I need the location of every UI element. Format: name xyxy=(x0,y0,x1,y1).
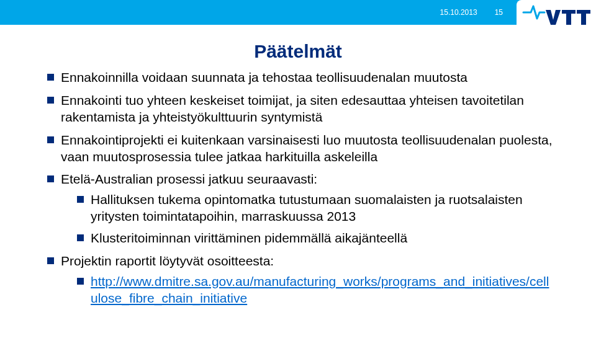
top-bar: 15.10.2013 15 xyxy=(0,0,596,25)
bullet-text: Ennakointiprojekti ei kuitenkaan varsina… xyxy=(61,133,553,164)
bullet-text: Projektin raportit löytyvät osoitteesta: xyxy=(61,254,274,268)
bullet-list: Ennakoinnilla voidaan suunnata ja tehost… xyxy=(47,69,556,307)
slide-content: Ennakoinnilla voidaan suunnata ja tehost… xyxy=(47,69,556,313)
bullet-text: Klusteritoiminnan virittäminen pidemmäll… xyxy=(91,231,407,245)
slide: 15.10.2013 15 Päätelmät Ennakoinnilla vo… xyxy=(0,0,596,364)
list-item: http://www.dmitre.sa.gov.au/manufacturin… xyxy=(77,273,556,307)
bullet-text: Ennakointi tuo yhteen keskeiset toimijat… xyxy=(61,93,524,124)
bullet-text: Ennakoinnilla voidaan suunnata ja tehost… xyxy=(61,70,467,84)
list-item: Projektin raportit löytyvät osoitteesta:… xyxy=(47,253,556,307)
slide-page-number: 15 xyxy=(495,8,503,17)
logo-container xyxy=(517,0,596,32)
slide-date: 15.10.2013 xyxy=(440,8,477,17)
bullet-text: Hallituksen tukema opintomatka tutustuma… xyxy=(91,192,523,223)
vtt-logo-icon xyxy=(522,4,590,29)
list-item: Klusteritoiminnan virittäminen pidemmäll… xyxy=(77,230,556,247)
bullet-sublist: http://www.dmitre.sa.gov.au/manufacturin… xyxy=(61,273,556,307)
list-item: Hallituksen tukema opintomatka tutustuma… xyxy=(77,192,556,225)
slide-title: Päätelmät xyxy=(0,41,596,62)
list-item: Ennakointi tuo yhteen keskeiset toimijat… xyxy=(47,92,556,126)
bullet-text: Etelä-Australian prosessi jatkuu seuraav… xyxy=(61,172,317,186)
report-link[interactable]: http://www.dmitre.sa.gov.au/manufacturin… xyxy=(91,274,549,305)
bullet-sublist: Hallituksen tukema opintomatka tutustuma… xyxy=(61,192,556,247)
list-item: Etelä-Australian prosessi jatkuu seuraav… xyxy=(47,171,556,247)
list-item: Ennakointiprojekti ei kuitenkaan varsina… xyxy=(47,132,556,166)
list-item: Ennakoinnilla voidaan suunnata ja tehost… xyxy=(47,69,556,86)
